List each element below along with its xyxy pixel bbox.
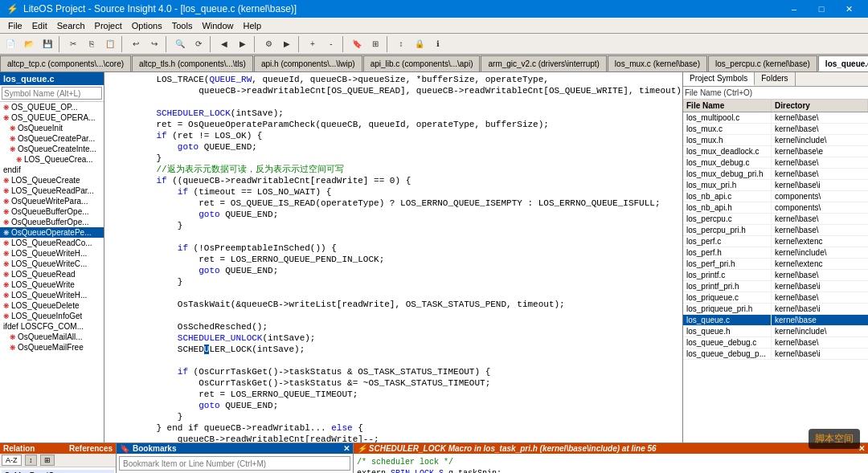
sidebar-item-15[interactable]: ❋ LOS_QueueWriteC...: [0, 259, 104, 269]
menu-tools[interactable]: Tools: [167, 19, 198, 32]
file-row[interactable]: los_mux.ckernel\base\: [683, 124, 868, 135]
tb-search[interactable]: 🔍: [171, 35, 189, 53]
sidebar-item-13[interactable]: ❋ LOS_QueueReadCo...: [0, 238, 104, 248]
tab-los-percpu[interactable]: los_percpu.c (kernel\base): [708, 55, 817, 71]
tb-sync[interactable]: ↕: [392, 35, 410, 53]
relation-tab-sort[interactable]: ↕: [25, 455, 37, 466]
col-header-filename[interactable]: File Name: [683, 100, 772, 112]
file-row[interactable]: los_multipool.ckernel\base\: [683, 112, 868, 124]
file-row[interactable]: los_percpu_pri.hkernel\base\: [683, 225, 868, 236]
tab-folders[interactable]: Folders: [755, 72, 795, 86]
tb-save[interactable]: 💾: [39, 35, 56, 53]
bookmarks-search-input[interactable]: [119, 456, 350, 471]
macro-close-button[interactable]: ✕: [858, 444, 865, 453]
tab-api-lib[interactable]: api_lib.c (components\...\api): [363, 55, 481, 71]
sidebar-item-5[interactable]: ❋ LOS_QueueCrea...: [0, 154, 104, 165]
item-icon-13: ❋: [3, 239, 10, 247]
menu-edit[interactable]: Edit: [27, 19, 52, 32]
file-row[interactable]: los_printf_pri.hkernel\base\i: [683, 281, 868, 292]
sidebar-item-1[interactable]: ❋ OS_QUEUE_OPERA...: [0, 112, 104, 123]
tb-zoom-in[interactable]: +: [304, 35, 321, 53]
close-button[interactable]: ✕: [836, 2, 862, 16]
sidebar-item-22[interactable]: ❋ OsQueueMailAll...: [0, 332, 104, 342]
tb-cut[interactable]: ✂: [64, 35, 82, 53]
file-row[interactable]: los_perf.hkernel\include\: [683, 247, 868, 259]
tb-info[interactable]: ℹ: [429, 35, 447, 53]
sidebar-item-18[interactable]: ❋ LOS_QueueWriteH...: [0, 290, 104, 300]
sidebar-item-17[interactable]: ❋ LOS_QueueWrite: [0, 279, 104, 290]
code-content[interactable]: LOS_TRACE(QUEUE_RW, queueId, queueCB->qu…: [104, 72, 682, 442]
relation-item-osmuxpend[interactable]: OsMuxPendOp: [2, 470, 114, 473]
tb-undo[interactable]: ↩: [127, 35, 145, 53]
sidebar-item-11[interactable]: ❋ OsQueueBufferOpe...: [0, 217, 104, 227]
tb-paste[interactable]: 📋: [101, 35, 119, 53]
sidebar-item-23[interactable]: ❋ OsQueueMailFree: [0, 342, 104, 353]
tb-forward[interactable]: ▶: [234, 35, 252, 53]
symbol-search-input[interactable]: [2, 87, 102, 100]
sidebar-item-19[interactable]: ❋ LOS_QueueDelete: [0, 300, 104, 311]
col-header-directory[interactable]: Directory: [772, 100, 868, 112]
tab-altcp-tcp[interactable]: altcp_tcp.c (components\...\core): [0, 55, 131, 71]
sidebar-item-2[interactable]: ❋ OsQueueInit: [0, 123, 104, 133]
minimize-button[interactable]: –: [781, 2, 807, 16]
tab-api[interactable]: api.h (components\...\lwip): [254, 55, 362, 71]
tb-redo[interactable]: ↪: [145, 35, 163, 53]
maximize-button[interactable]: □: [809, 2, 834, 16]
file-row[interactable]: los_mux_pri.hkernel\base\i: [683, 180, 868, 191]
sidebar-item-6[interactable]: endif: [0, 165, 104, 175]
sidebar-item-7[interactable]: ❋ LOS_QueueCreate: [0, 175, 104, 186]
file-row[interactable]: los_queue_debug.ckernel\base\: [683, 337, 868, 349]
menu-project[interactable]: Project: [90, 19, 127, 32]
file-row[interactable]: los_printf.ckernel\base\: [683, 270, 868, 281]
sidebar-item-4[interactable]: ❋ OsQueueCreateInte...: [0, 144, 104, 154]
sidebar-item-20[interactable]: ❋ LOS_QueueInfoGet: [0, 311, 104, 321]
sidebar-item-9[interactable]: ❋ OsQueueWritePara...: [0, 196, 104, 206]
tb-replace[interactable]: ⟳: [190, 35, 207, 53]
sidebar-item-12[interactable]: ❋ OsQueueOperatePe...: [0, 227, 104, 238]
relation-tab-tree[interactable]: ⊞: [40, 455, 55, 466]
tb-copy[interactable]: ⎘: [83, 35, 100, 53]
sidebar-item-16[interactable]: ❋ LOS_QueueRead: [0, 269, 104, 279]
sidebar-item-8[interactable]: ❋ LOS_QueueReadPar...: [0, 186, 104, 196]
tb-lock[interactable]: 🔒: [411, 35, 428, 53]
file-row[interactable]: los_priqueue.ckernel\base\: [683, 292, 868, 304]
menu-help[interactable]: Help: [239, 19, 267, 32]
tab-altcp-tls[interactable]: altcp_tls.h (components\...\tls): [132, 55, 253, 71]
sidebar-item-0[interactable]: ❋ OS_QUEUE_OP...: [0, 102, 104, 112]
sidebar-item-10[interactable]: ❋ OsQueueBufferOpe...: [0, 206, 104, 217]
file-row[interactable]: los_mux.hkernel\include\: [683, 135, 868, 146]
sidebar-item-21[interactable]: ifdef LOSCFG_COM...: [0, 321, 104, 332]
tab-project-symbols[interactable]: Project Symbols: [683, 72, 755, 86]
tab-los-queue[interactable]: los_queue.c (kernel\base) ×: [818, 55, 868, 71]
menu-options[interactable]: Options: [127, 19, 167, 32]
tb-new[interactable]: 📄: [2, 35, 19, 53]
menu-window[interactable]: Window: [197, 19, 238, 32]
tb-zoom-out[interactable]: -: [322, 35, 340, 53]
tb-bookmark[interactable]: 🔖: [348, 35, 366, 53]
file-row[interactable]: los_queue.hkernel\include\: [683, 326, 868, 337]
tb-build[interactable]: ⚙: [260, 35, 277, 53]
tb-back[interactable]: ◀: [215, 35, 233, 53]
tab-los-mux[interactable]: los_mux.c (kernel\base): [608, 55, 707, 71]
file-row[interactable]: los_mux_debug.ckernel\base\: [683, 157, 868, 169]
tab-arm-gic[interactable]: arm_gic_v2.c (drivers\interrupt): [481, 55, 606, 71]
file-row-selected[interactable]: los_queue.ckernel\base: [683, 315, 868, 326]
file-row[interactable]: los_queue_debug_p...kernel\base\i: [683, 349, 868, 360]
relation-tab-az[interactable]: A-Z: [2, 455, 22, 466]
tb-open[interactable]: 📂: [20, 35, 38, 53]
file-row[interactable]: los_perf_pri.hkernel\extenc: [683, 259, 868, 270]
file-row[interactable]: los_nb_api.ccomponents\: [683, 191, 868, 202]
file-row[interactable]: los_mux_debug_pri.hkernel\base\: [683, 169, 868, 180]
bookmarks-close-button[interactable]: ✕: [343, 444, 350, 453]
menu-search[interactable]: Search: [52, 19, 90, 32]
menu-file[interactable]: File: [3, 19, 27, 32]
file-row[interactable]: los_nb_api.hcomponents\: [683, 202, 868, 214]
file-row[interactable]: los_priqueue_pri.hkernel\base\i: [683, 304, 868, 315]
sidebar-item-3[interactable]: ❋ OsQueueCreatePar...: [0, 133, 104, 144]
tb-run[interactable]: ▶: [278, 35, 296, 53]
sidebar-item-14[interactable]: ❋ LOS_QueueWriteH...: [0, 248, 104, 259]
file-row[interactable]: los_perf.ckernel\extenc: [683, 236, 868, 247]
file-row[interactable]: los_percpu.ckernel\base\: [683, 214, 868, 225]
file-row[interactable]: los_mux_deadlock.ckernel\base\e: [683, 146, 868, 157]
tb-ref[interactable]: ⊞: [366, 35, 384, 53]
